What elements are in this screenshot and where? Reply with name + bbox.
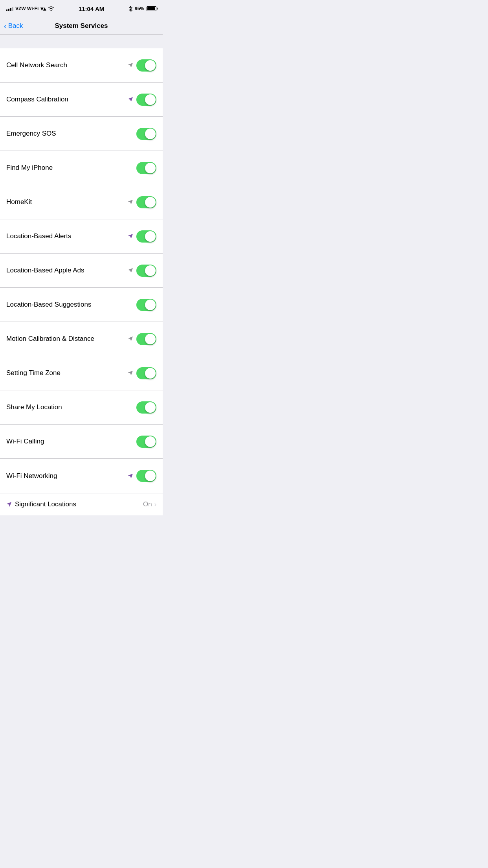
toggle-thumb-compass-calibration [145,94,156,105]
row-label-homekit: HomeKit [6,198,32,206]
page-title: System Services [55,22,108,30]
settings-row-emergency-sos[interactable]: Emergency SOS [0,117,163,151]
status-left: VZW Wi-Fi ▾▴ [6,6,54,12]
row-label-emergency-sos: Emergency SOS [6,130,56,138]
toggle-compass-calibration[interactable] [136,94,156,106]
row-label-location-based-suggestions: Location-Based Suggestions [6,301,91,309]
location-arrow-icon-cell-network-search [128,63,133,68]
sig-loc-label: Significant Locations [15,500,76,508]
row-label-compass-calibration: Compass Calibration [6,96,68,103]
settings-row-wi-fi-networking[interactable]: Wi-Fi Networking [0,459,163,493]
row-label-location-based-alerts: Location-Based Alerts [6,232,71,240]
settings-row-location-based-alerts[interactable]: Location-Based Alerts [0,219,163,254]
row-label-setting-time-zone: Setting Time Zone [6,369,61,377]
sig-loc-status: On [143,500,152,508]
toggle-thumb-location-based-alerts [145,231,156,242]
row-label-motion-calibration-distance: Motion Calibration & Distance [6,335,94,343]
sig-loc-chevron-icon: › [154,501,156,508]
back-label: Back [8,22,23,30]
wifi-signal-icon [48,6,54,11]
toggle-location-based-apple-ads[interactable] [136,265,156,277]
toggle-thumb-share-my-location [145,402,156,413]
toggle-cell-network-search[interactable] [136,59,156,72]
signal-icon [6,6,13,11]
settings-row-cell-network-search[interactable]: Cell Network Search [0,48,163,83]
location-arrow-icon-location-based-apple-ads [128,268,133,273]
toggle-setting-time-zone[interactable] [136,367,156,379]
row-label-find-my-iphone: Find My iPhone [6,164,53,172]
back-chevron-icon: ‹ [4,22,7,30]
toggle-location-based-suggestions[interactable] [136,299,156,311]
location-arrow-icon-setting-time-zone [128,370,133,376]
row-label-share-my-location: Share My Location [6,403,62,411]
toggle-motion-calibration-distance[interactable] [136,333,156,345]
row-label-location-based-apple-ads: Location-Based Apple Ads [6,267,84,274]
settings-row-motion-calibration-distance[interactable]: Motion Calibration & Distance [0,322,163,356]
toggle-location-based-alerts[interactable] [136,230,156,243]
toggle-thumb-emergency-sos [145,129,156,139]
carrier-label: VZW Wi-Fi [15,6,39,11]
location-arrow-icon-location-based-alerts [128,234,133,239]
toggle-share-my-location[interactable] [136,401,156,414]
settings-list: Cell Network SearchCompass CalibrationEm… [0,48,163,493]
toggle-emergency-sos[interactable] [136,128,156,140]
row-label-wi-fi-networking: Wi-Fi Networking [6,472,57,480]
settings-row-find-my-iphone[interactable]: Find My iPhone [0,151,163,185]
location-arrow-icon-wi-fi-networking [128,473,133,479]
bottom-spacer [0,515,163,527]
toggle-wi-fi-calling[interactable] [136,436,156,448]
toggle-thumb-motion-calibration-distance [145,334,156,344]
status-bar: VZW Wi-Fi ▾▴ 11:04 AM 95% [0,0,163,17]
toggle-thumb-homekit [145,197,156,208]
section-spacer [0,35,163,48]
significant-locations-row[interactable]: Significant Locations On › [0,493,163,515]
location-arrow-icon-motion-calibration-distance [128,336,133,342]
toggle-thumb-cell-network-search [145,60,156,71]
toggle-thumb-find-my-iphone [145,163,156,173]
back-button[interactable]: ‹ Back [4,22,23,30]
bluetooth-icon [128,6,132,11]
settings-row-homekit[interactable]: HomeKit [0,185,163,219]
settings-row-location-based-suggestions[interactable]: Location-Based Suggestions [0,288,163,322]
settings-row-compass-calibration[interactable]: Compass Calibration [0,83,163,117]
location-arrow-icon-homekit [128,199,133,205]
settings-row-setting-time-zone[interactable]: Setting Time Zone [0,356,163,390]
settings-row-wi-fi-calling[interactable]: Wi-Fi Calling [0,425,163,459]
settings-row-share-my-location[interactable]: Share My Location [0,390,163,425]
toggle-thumb-wi-fi-networking [145,471,156,481]
location-arrow-icon-sig [6,502,12,507]
battery-icon [147,6,156,11]
toggle-wi-fi-networking[interactable] [136,470,156,482]
wifi-icon: ▾▴ [40,6,46,12]
toggle-thumb-setting-time-zone [145,368,156,379]
settings-row-location-based-apple-ads[interactable]: Location-Based Apple Ads [0,254,163,288]
battery-percent: 95% [135,6,144,11]
toggle-thumb-location-based-suggestions [145,300,156,310]
row-label-wi-fi-calling: Wi-Fi Calling [6,438,44,445]
row-label-cell-network-search: Cell Network Search [6,61,67,69]
toggle-thumb-wi-fi-calling [145,436,156,447]
status-right: 95% [128,6,156,11]
location-arrow-icon-compass-calibration [128,97,133,102]
toggle-homekit[interactable] [136,196,156,208]
toggle-thumb-location-based-apple-ads [145,265,156,276]
nav-bar: ‹ Back System Services [0,17,163,35]
status-time: 11:04 AM [79,6,104,12]
toggle-find-my-iphone[interactable] [136,162,156,174]
